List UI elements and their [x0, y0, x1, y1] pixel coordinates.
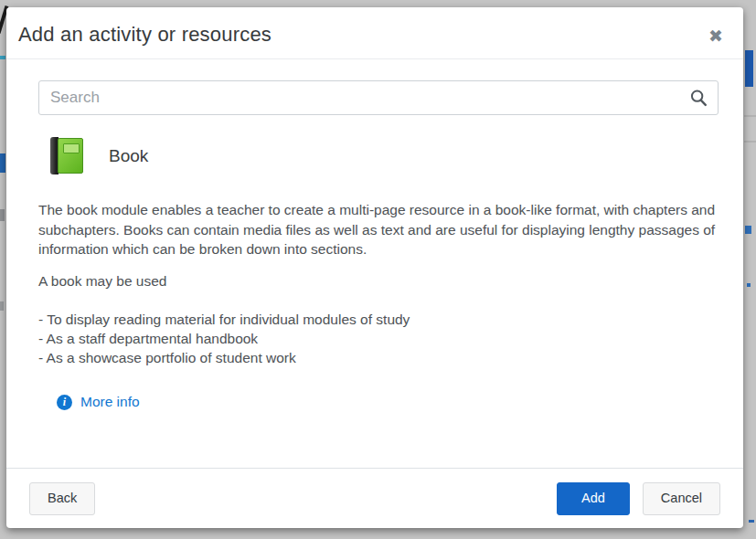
- search-input[interactable]: [38, 80, 719, 115]
- info-icon: i: [57, 395, 72, 410]
- module-row: Book: [50, 137, 719, 174]
- book-label: [63, 143, 80, 153]
- usage-list: - To display reading material for indivi…: [38, 310, 719, 367]
- module-name: Book: [109, 146, 148, 166]
- usage-list-item: - As a staff departmental handbook: [38, 329, 719, 348]
- backdrop-text-fragment: [0, 301, 4, 311]
- backdrop-divider-fragment: [744, 115, 756, 117]
- module-description: The book module enables a teacher to cre…: [38, 200, 719, 259]
- backdrop-divider-fragment: [744, 141, 756, 143]
- backdrop-text-fragment: [0, 209, 5, 221]
- usage-intro: A book may be used: [38, 271, 719, 291]
- backdrop-link-fragment: [0, 56, 5, 59]
- modal-body: Book The book module enables a teacher t…: [6, 59, 743, 468]
- modal-title: Add an activity or resources: [6, 7, 743, 47]
- search-bar: [38, 80, 719, 115]
- backdrop-button-fragment: [745, 50, 753, 87]
- add-activity-modal: Add an activity or resources ✖ Book The …: [6, 7, 743, 528]
- backdrop-text-fragment: [0, 153, 5, 173]
- cancel-button[interactable]: Cancel: [643, 482, 720, 515]
- search-icon[interactable]: [688, 88, 708, 108]
- usage-list-item: - As a showcase portfolio of student wor…: [38, 348, 719, 367]
- usage-list-item: - To display reading material for indivi…: [38, 310, 719, 329]
- more-info-label: More info: [80, 394, 140, 410]
- backdrop-icon-fragment: [745, 226, 751, 234]
- book-module-icon: [50, 137, 84, 174]
- modal-header: Add an activity or resources ✖: [6, 7, 743, 59]
- close-icon[interactable]: ✖: [705, 24, 727, 48]
- book-cover: [58, 138, 83, 174]
- backdrop-icon-fragment: [749, 520, 754, 523]
- add-button[interactable]: Add: [557, 482, 630, 515]
- backdrop-icon-fragment: [747, 283, 751, 287]
- more-info-link[interactable]: i More info: [57, 394, 140, 410]
- modal-footer: Back Add Cancel: [6, 468, 743, 528]
- back-button[interactable]: Back: [29, 482, 95, 515]
